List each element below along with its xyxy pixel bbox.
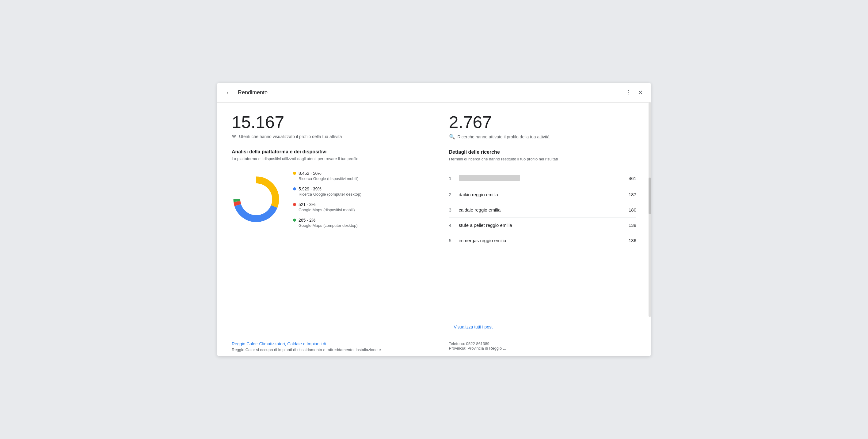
scrollbar[interactable] [649, 103, 651, 317]
bottom-left-spacer [217, 321, 434, 333]
page-title-link[interactable]: Reggio Calor: Climatizzatori, Caldaie e … [232, 341, 419, 346]
close-button[interactable]: ✕ [636, 87, 645, 98]
legend-desc-1: Ricerca Google (dispositivi mobili) [299, 176, 361, 181]
donut-chart [232, 175, 281, 224]
scrollbar-thumb[interactable] [649, 177, 651, 214]
search-item-4: 4 stufe a pellet reggio emilia 138 [449, 218, 637, 233]
bottom-page-left: Reggio Calor: Climatizzatori, Caldaie e … [217, 341, 434, 352]
search-rank-1: 1 [449, 176, 459, 181]
page-description: Reggio Calor si occupa di impianti di ri… [232, 347, 419, 352]
header-left: ← Rendimento [223, 88, 624, 97]
platform-section-title: Analisi della piattaforma e dei disposit… [232, 149, 419, 155]
searches-label: Ricerche hanno attivato il profilo della… [458, 134, 550, 139]
legend-item-mobile-maps: 521 · 3% Google Maps (dispositivi mobili… [293, 202, 361, 212]
legend-desc-3: Google Maps (dispositivi mobili) [299, 208, 361, 212]
search-list: 1 461 2 daikin reggio emilia 187 3 calda… [449, 170, 637, 248]
searches-section-title: Dettagli delle ricerche [449, 149, 637, 155]
search-count-1: 461 [629, 176, 636, 181]
search-count-2: 187 [629, 192, 636, 197]
search-rank-2: 2 [449, 192, 459, 197]
views-stat-row: 👁 Utenti che hanno visualizzato il profi… [232, 134, 419, 139]
searches-count: 2.767 [449, 113, 637, 131]
blurred-term [459, 175, 520, 181]
views-count: 15.167 [232, 113, 419, 131]
search-term-5: immergas reggio emilia [459, 238, 629, 243]
search-count-4: 138 [629, 223, 636, 228]
legend-item-mobile-google: 8.452 · 56% Ricerca Google (dispositivi … [293, 171, 361, 181]
main-panel: ← Rendimento ⋮ ✕ 15.167 👁 Utenti che han… [217, 83, 651, 356]
view-all-posts-button[interactable]: Visualizza tutti i post [449, 322, 498, 332]
platform-section-subtitle: La piattaforma e i dispositivi utilizzat… [232, 157, 419, 161]
legend-dot-green [293, 218, 296, 222]
more-options-button[interactable]: ⋮ [624, 87, 633, 98]
chart-legend: 8.452 · 56% Ricerca Google (dispositivi … [293, 171, 361, 228]
search-term-2: daikin reggio emilia [459, 192, 629, 197]
search-item-3: 3 caldaie reggio emilia 180 [449, 202, 637, 218]
legend-value-3: 521 · 3% [299, 202, 315, 207]
eye-icon: 👁 [232, 134, 237, 139]
province-info: Provincia: Provincia di Reggio ... [449, 346, 637, 350]
header: ← Rendimento ⋮ ✕ [217, 83, 651, 103]
right-panel: 2.767 🔍 Ricerche hanno attivato il profi… [434, 103, 651, 317]
legend-value-4: 265 · 2% [299, 218, 315, 223]
searches-stat-row: 🔍 Ricerche hanno attivato il profilo del… [449, 134, 637, 140]
search-term-1 [459, 175, 629, 182]
search-rank-4: 4 [449, 223, 459, 228]
legend-dot-blue [293, 188, 296, 191]
views-label: Utenti che hanno visualizzato il profilo… [239, 134, 342, 139]
more-icon: ⋮ [626, 89, 632, 96]
legend-item-desktop-maps: 265 · 2% Google Maps (computer desktop) [293, 218, 361, 228]
legend-desc-2: Ricerca Google (computer desktop) [299, 192, 361, 197]
search-count-5: 136 [629, 238, 636, 243]
left-panel: 15.167 👁 Utenti che hanno visualizzato i… [217, 103, 434, 317]
close-icon: ✕ [638, 89, 643, 96]
svg-point-4 [240, 183, 272, 215]
legend-dot-yellow [293, 172, 296, 175]
search-term-4: stufe a pellet reggio emilia [459, 223, 629, 228]
search-rank-3: 3 [449, 207, 459, 212]
search-rank-5: 5 [449, 238, 459, 243]
search-item-1: 1 461 [449, 170, 637, 187]
search-item-5: 5 immergas reggio emilia 136 [449, 233, 637, 248]
search-count-3: 180 [629, 207, 636, 212]
back-icon: ← [225, 89, 232, 96]
search-icon: 🔍 [449, 134, 455, 140]
legend-desc-4: Google Maps (computer desktop) [299, 223, 361, 228]
page-title: Rendimento [238, 90, 268, 96]
bottom-right-actions: Visualizza tutti i post [434, 321, 651, 333]
searches-section-subtitle: I termini di ricerca che hanno restituit… [449, 157, 637, 161]
chart-area: 8.452 · 56% Ricerca Google (dispositivi … [232, 171, 419, 228]
legend-value-2: 5.929 · 39% [299, 187, 321, 191]
back-button[interactable]: ← [223, 88, 234, 97]
header-actions: ⋮ ✕ [624, 87, 645, 98]
content: 15.167 👁 Utenti che hanno visualizzato i… [217, 103, 651, 317]
legend-item-desktop-google: 5.929 · 39% Ricerca Google (computer des… [293, 187, 361, 197]
legend-dot-red [293, 203, 296, 206]
bottom-page-right: Telefono: 0522 861389 Provincia: Provinc… [434, 341, 651, 352]
legend-value-1: 8.452 · 56% [299, 171, 321, 176]
phone-info: Telefono: 0522 861389 [449, 341, 637, 346]
search-term-3: caldaie reggio emilia [459, 207, 629, 212]
search-item-2: 2 daikin reggio emilia 187 [449, 187, 637, 202]
